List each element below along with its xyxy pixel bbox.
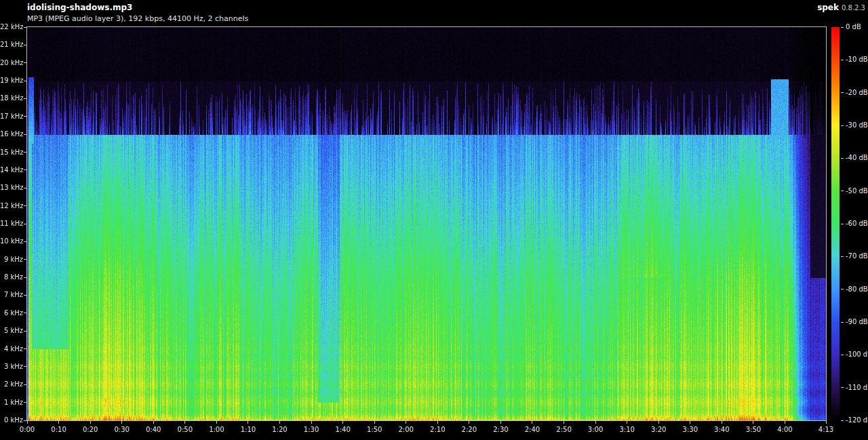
time-axis-label: 1:40 (328, 426, 358, 434)
freq-axis-tick (24, 116, 26, 117)
freq-axis-tick (24, 98, 26, 99)
time-axis-label: 0:20 (75, 426, 105, 434)
db-axis-label: -50 dB (846, 187, 868, 195)
freq-axis-label: 6 kHz (0, 309, 23, 317)
freq-axis-tick (24, 81, 26, 81)
db-axis-label: -70 dB (846, 252, 868, 260)
freq-axis-tick (24, 188, 26, 188)
time-axis-label: 0:40 (138, 426, 168, 434)
time-axis-tick (184, 421, 185, 424)
freq-axis-label: 0 kHz (0, 416, 23, 424)
time-axis-tick (58, 421, 59, 424)
freq-axis-tick (24, 45, 26, 45)
freq-axis-label: 14 kHz (0, 166, 23, 174)
time-axis-label: 2:10 (422, 426, 452, 434)
freq-axis-label: 5 kHz (0, 327, 23, 335)
time-axis-label: 3:00 (580, 426, 610, 434)
freq-axis-tick (24, 152, 26, 153)
freq-axis-tick (24, 331, 26, 332)
db-axis-label: -100 dB (846, 351, 868, 359)
db-axis-tick (841, 27, 844, 28)
db-axis-tick (841, 289, 844, 289)
time-axis-tick (753, 421, 753, 424)
freq-axis-label: 18 kHz (0, 94, 23, 102)
time-axis-label: 3:50 (738, 426, 768, 434)
time-axis-tick (27, 421, 28, 424)
freq-axis-tick (24, 420, 26, 421)
freq-axis-label: 2 kHz (0, 380, 23, 388)
time-axis-label: 4:00 (770, 426, 800, 434)
time-axis-tick (437, 421, 438, 424)
time-axis-tick (500, 421, 501, 424)
time-axis-label: 1:00 (201, 426, 231, 434)
db-axis-label: -30 dB (846, 121, 868, 129)
time-axis-tick (469, 421, 469, 424)
db-axis-label: 0 dB (846, 23, 861, 31)
time-axis-tick (826, 421, 827, 424)
time-axis-label: 3:20 (644, 426, 673, 434)
time-axis-tick (216, 421, 217, 424)
time-axis-label: 0:30 (107, 426, 137, 434)
time-axis-label: 3:30 (675, 426, 705, 434)
time-axis-tick (627, 421, 627, 424)
db-axis-label: -110 dB (846, 384, 868, 392)
time-axis-tick (248, 421, 248, 424)
freq-axis-label: 4 kHz (0, 345, 23, 353)
time-axis-label: 1:50 (359, 426, 389, 434)
db-axis-tick (841, 322, 844, 323)
db-axis-tick (841, 355, 844, 355)
db-axis-tick (841, 60, 844, 60)
db-axis-tick (841, 125, 844, 126)
time-axis-label: 0:50 (170, 426, 200, 434)
db-axis-label: -90 dB (846, 318, 868, 326)
time-axis-tick (342, 421, 343, 424)
time-axis-label: 3:40 (707, 426, 736, 434)
time-axis-label: 2:40 (517, 426, 547, 434)
file-title: idolising-shadows.mp3 (27, 3, 132, 12)
freq-axis-tick (24, 62, 26, 63)
freq-axis-tick (24, 366, 26, 367)
time-axis-tick (406, 421, 406, 424)
freq-axis-tick (24, 259, 26, 260)
db-axis-label: -20 dB (846, 89, 868, 97)
freq-axis-label: 17 kHz (0, 113, 23, 121)
freq-axis-tick (24, 384, 26, 385)
freq-axis-label: 7 kHz (0, 291, 23, 299)
freq-axis-tick (24, 402, 26, 403)
time-axis-label: 2:20 (454, 426, 484, 434)
db-axis-tick (841, 224, 844, 224)
freq-axis-label: 16 kHz (0, 130, 23, 138)
file-info: MP3 (MPEG audio layer 3), 192 kbps, 4410… (27, 14, 248, 23)
db-axis-tick (841, 387, 844, 388)
freq-axis-label: 21 kHz (0, 41, 23, 49)
time-axis-label: 1:20 (264, 426, 294, 434)
freq-axis-label: 8 kHz (0, 273, 23, 281)
time-axis-tick (374, 421, 375, 424)
freq-axis-label: 12 kHz (0, 202, 23, 210)
db-axis-label: -80 dB (846, 285, 868, 294)
freq-axis-tick (24, 348, 26, 349)
colorbar-gradient (831, 27, 840, 420)
time-axis-tick (564, 421, 564, 424)
time-axis-tick (90, 421, 91, 424)
time-axis-label: 2:50 (549, 426, 579, 434)
db-axis-tick (841, 158, 844, 159)
spectrogram-canvas (27, 27, 826, 420)
db-axis-label: -10 dB (846, 56, 868, 64)
freq-axis-label: 1 kHz (0, 399, 23, 407)
freq-axis-label: 22 kHz (0, 23, 23, 31)
freq-axis-label: 13 kHz (0, 184, 23, 192)
time-axis-label: 3:10 (612, 426, 642, 434)
time-axis-label: 2:30 (486, 426, 515, 434)
freq-axis-label: 11 kHz (0, 220, 23, 228)
freq-axis-tick (24, 27, 26, 28)
time-axis-tick (532, 421, 532, 424)
time-axis-tick (785, 421, 785, 424)
app-brand: spek0.8.2.3 (817, 3, 865, 12)
time-axis-label: 1:10 (233, 426, 263, 434)
time-axis-tick (722, 421, 722, 424)
db-axis-tick (841, 92, 844, 93)
freq-axis-label: 19 kHz (0, 77, 23, 85)
freq-axis-tick (24, 169, 26, 170)
time-axis-tick (311, 421, 312, 424)
